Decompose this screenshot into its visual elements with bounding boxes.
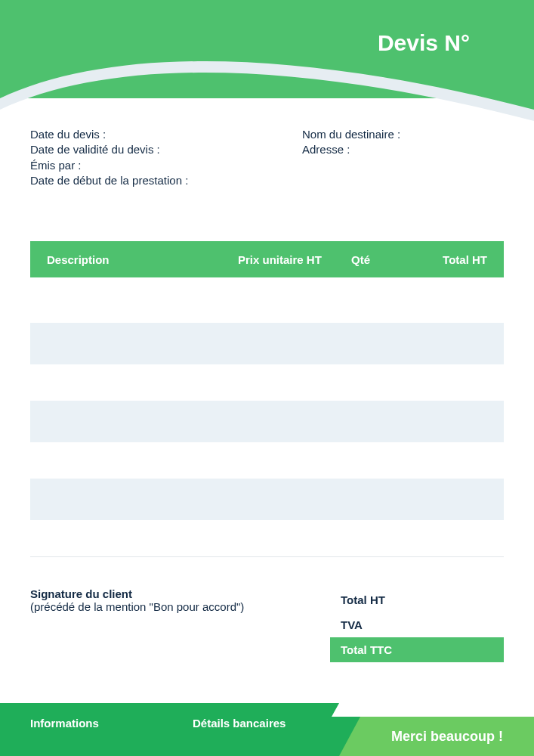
footer-info-label: Informations	[30, 717, 193, 730]
footer-cut-diag	[332, 703, 339, 717]
validity-label: Date de validité du devis :	[30, 142, 302, 157]
signature-title: Signature du client	[30, 587, 330, 600]
meta-right-block: Nom du destinaire : Adresse :	[302, 127, 504, 188]
meta-left-block: Date du devis : Date de validité du devi…	[30, 127, 302, 188]
footer-cut	[339, 703, 534, 717]
total-ht-label: Total HT	[330, 587, 504, 612]
footer-thanks-diag	[339, 717, 360, 756]
items-table: Description Prix unitaire HT Qté Total H…	[30, 241, 504, 520]
table-row	[30, 401, 504, 442]
total-ttc-label: Total TTC	[330, 637, 504, 662]
col-total: Total HT	[419, 253, 487, 266]
footer: Informations Détails bancaires Merci bea…	[0, 703, 534, 756]
table-row	[30, 479, 504, 520]
start-label: Date de début de la prestation :	[30, 173, 302, 188]
col-qty: Qté	[351, 253, 419, 266]
tva-label: TVA	[330, 612, 504, 637]
header-wave	[0, 0, 534, 136]
date-label: Date du devis :	[30, 127, 302, 142]
signature-block: Signature du client (précédé de la menti…	[30, 587, 330, 662]
issuer-label: Émis par :	[30, 158, 302, 173]
separator-line	[30, 556, 504, 557]
document-title: Devis N°	[378, 30, 470, 56]
address-label: Adresse :	[302, 142, 504, 157]
col-unit-price: Prix unitaire HT	[238, 253, 351, 266]
table-row	[30, 364, 504, 401]
recipient-label: Nom du destinaire :	[302, 127, 504, 142]
table-header-row: Description Prix unitaire HT Qté Total H…	[30, 241, 504, 277]
totals-block: Total HT TVA Total TTC	[330, 587, 504, 662]
col-description: Description	[47, 253, 238, 266]
footer-thanks: Merci beaucoup !	[360, 717, 534, 756]
table-row	[30, 277, 504, 323]
table-row	[30, 442, 504, 479]
footer-bank-label: Détails bancaires	[193, 717, 286, 730]
signature-note: (précédé de la mention "Bon pour accord"…	[30, 600, 330, 613]
table-row	[30, 323, 504, 364]
